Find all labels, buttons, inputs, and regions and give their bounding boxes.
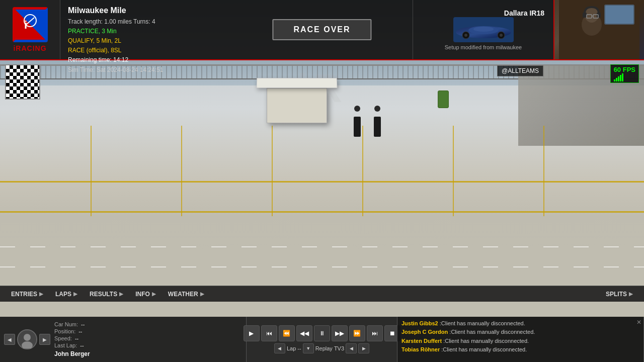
replay-prev-btn[interactable]: ⏪ — [279, 325, 295, 341]
race-over-button[interactable]: RACE OVER — [272, 19, 371, 40]
lane-marker — [0, 181, 644, 183]
fps-counter: 60 FPS — [610, 64, 639, 83]
tab-info-arrow: ▶ — [152, 291, 156, 297]
tab-info-label: INFO — [135, 291, 150, 298]
svg-point-11 — [500, 34, 503, 37]
allteams-badge: @ALLTEAMS — [497, 65, 543, 76]
dash-line — [0, 266, 644, 267]
figure-body — [354, 117, 361, 137]
splits-label: SPLITS — [606, 291, 627, 298]
iracing-brand: iRACING — [13, 44, 46, 52]
chat-name-4: Tobias Röhner — [401, 346, 440, 352]
replay-rewind-btn[interactable]: ◀◀ — [296, 325, 312, 341]
svg-rect-18 — [597, 13, 601, 18]
splits-button[interactable]: SPLITS ▶ — [600, 288, 639, 300]
tab-weather-arrow: ▶ — [200, 291, 204, 297]
splits-arrow: ▶ — [629, 291, 633, 297]
chat-message-2: Joseph C Gordon :Client has manually dis… — [401, 328, 639, 336]
webcam-background — [554, 0, 644, 59]
last-lap-label: Last Lap: — [54, 342, 77, 348]
tab-entries[interactable]: ENTRIES ▶ — [5, 288, 49, 300]
tab-navigation: ENTRIES ▶ LAPS ▶ RESULTS ▶ INFO ▶ WEATHE… — [0, 286, 644, 302]
ctrl-next-btn[interactable]: ▶ — [39, 334, 50, 345]
chat-text-4: :Client has manually disconnected. — [441, 346, 527, 352]
svg-point-10 — [464, 34, 467, 37]
car-svg — [453, 17, 514, 42]
setup-text: Setup modified from milwaukee — [445, 44, 522, 50]
svg-point-7 — [473, 27, 494, 32]
logo-svg: i — [15, 10, 45, 40]
chat-message-4: Tobias Röhner :Client has manually disco… — [401, 346, 639, 353]
position-row: Position: -- — [54, 328, 242, 334]
bar-3 — [618, 76, 619, 81]
tab-results-label: RESULTS — [90, 291, 117, 298]
ctrl-prev-btn[interactable]: ◀ — [4, 334, 15, 345]
tab-laps-label: LAPS — [55, 291, 71, 298]
track-name: Milwaukee Mile — [68, 4, 405, 17]
webcam-content — [559, 0, 639, 59]
tab-entries-arrow: ▶ — [39, 291, 43, 297]
pit-line — [362, 126, 363, 216]
tab-weather-label: WEATHER — [168, 291, 198, 298]
last-lap-value: -- — [80, 342, 84, 348]
tab-results[interactable]: RESULTS ▶ — [84, 288, 129, 300]
pit-booth-body — [267, 88, 327, 123]
svg-point-23 — [24, 334, 31, 341]
chat-message-1: Justin Gibbs2 :Client has manually disco… — [401, 320, 639, 327]
replay-panel: ▶ ⏮ ⏪ ◀◀ ⏸ ▶▶ ⏩ ⏭ ⏹ ◀ Lap -- ▼ Replay TV… — [247, 317, 397, 362]
replay-skip-end-btn[interactable]: ⏭ — [367, 325, 383, 341]
speed-row: Speed: -- — [54, 335, 242, 341]
chat-name-3: Karsten Duffert — [401, 338, 442, 344]
car-num-label: Car Num: — [54, 321, 78, 327]
driver-controls: ◀ ▶ — [4, 329, 50, 349]
replay-forward-btn[interactable]: ▶▶ — [332, 325, 348, 341]
pit-line — [272, 126, 273, 216]
replay-sub-next-btn[interactable]: ▶ — [358, 343, 369, 353]
sim-time: Sim Time: Sat 2024-08-24 14:24:51 — [68, 65, 405, 75]
svg-rect-14 — [605, 6, 633, 24]
tab-laps-arrow: ▶ — [73, 291, 77, 297]
replay-skip-start-btn[interactable]: ⏮ — [261, 325, 277, 341]
replay-sub-prev2-btn[interactable]: ◀ — [346, 343, 357, 353]
position-value: -- — [78, 328, 82, 334]
pit-booth — [262, 78, 332, 128]
driver-stats: Car Num: -- Position: -- Speed: -- Last … — [54, 321, 242, 357]
driver-panel: ◀ ▶ Car Num: -- Position: -- — [0, 317, 247, 362]
session-race: RACE (official), 8SL — [68, 46, 405, 55]
tab-weather[interactable]: WEATHER ▶ — [162, 288, 210, 300]
replay-label: Replay — [315, 345, 333, 351]
chat-message-3: Karsten Duffert :Client has manually dis… — [401, 337, 639, 345]
replay-btn-row: ▶ ⏮ ⏪ ◀◀ ⏸ ▶▶ ⏩ ⏭ ⏹ — [244, 325, 400, 341]
car-info: Dallara IR18 Setup modified fr — [413, 0, 553, 59]
cam-select-btn[interactable]: ▼ — [303, 343, 314, 353]
figure-body — [374, 117, 381, 137]
figure-head — [354, 106, 360, 112]
replay-play-btn[interactable]: ▶ — [244, 325, 260, 341]
lane-marker — [0, 211, 644, 213]
figure-1 — [352, 106, 362, 136]
replay-ff-btn[interactable]: ⏩ — [349, 325, 365, 341]
replay-sub-prev-btn[interactable]: ◀ — [274, 343, 285, 353]
signal-bars — [614, 73, 635, 81]
chat-text-3: :Client has manually disconnected. — [443, 338, 529, 344]
pit-booth-roof — [257, 78, 338, 88]
ctrl-row-top: ◀ ▶ — [4, 329, 50, 349]
car-num-row: Car Num: -- — [54, 321, 242, 327]
tab-laps[interactable]: LAPS ▶ — [49, 288, 84, 300]
speed-label: Speed: — [54, 335, 72, 341]
pit-line — [181, 126, 182, 216]
figure-head — [374, 106, 380, 112]
tab-info[interactable]: INFO ▶ — [129, 288, 162, 300]
car-num-value: -- — [81, 321, 85, 327]
chat-close-btn[interactable]: ✕ — [636, 319, 641, 326]
cam-label: TV3 — [334, 345, 344, 351]
logo-emblem: i — [13, 7, 48, 42]
replay-pause-btn[interactable]: ⏸ — [314, 325, 330, 341]
chat-name-1: Justin Gibbs2 — [401, 320, 438, 326]
fps-value: 60 FPS — [614, 66, 635, 73]
chat-panel: ✕ Justin Gibbs2 :Client has manually dis… — [397, 317, 644, 362]
figure-2 — [372, 106, 382, 136]
iracing-logo: i iRACING — [0, 0, 60, 59]
bar-2 — [616, 78, 617, 81]
speed-value: -- — [75, 335, 78, 341]
